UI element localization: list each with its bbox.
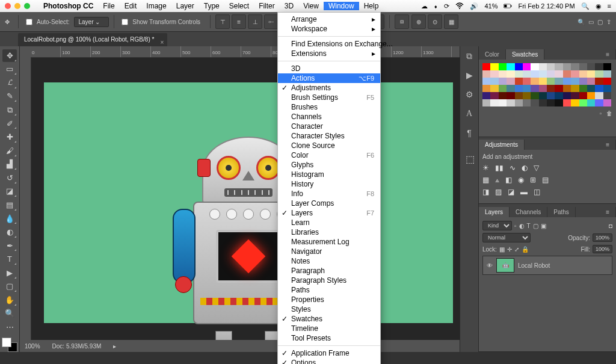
swatch[interactable] bbox=[555, 78, 562, 85]
layer-filter-kind[interactable]: Kind bbox=[482, 221, 512, 230]
menu-item-extensions[interactable]: Extensions▸ bbox=[278, 49, 380, 58]
vertical-ruler[interactable] bbox=[20, 57, 31, 352]
menu-item-notes[interactable]: Notes bbox=[278, 256, 380, 266]
menu-item-histogram[interactable]: Histogram bbox=[278, 170, 380, 179]
swatch[interactable] bbox=[603, 92, 611, 99]
ruler-origin[interactable] bbox=[20, 46, 31, 58]
notification-center-icon[interactable]: ≡ bbox=[608, 2, 611, 10]
gradient-tool[interactable]: ▤ bbox=[2, 199, 17, 211]
dropbox-icon[interactable]: ⬧ bbox=[434, 2, 438, 10]
swatch[interactable] bbox=[515, 78, 523, 85]
swatch[interactable] bbox=[579, 85, 587, 92]
swatch[interactable] bbox=[603, 78, 611, 85]
swatch[interactable] bbox=[507, 85, 514, 92]
swatch[interactable] bbox=[499, 63, 507, 70]
swatch[interactable] bbox=[523, 78, 531, 85]
stamp-tool[interactable]: ▟ bbox=[2, 158, 17, 171]
swatch[interactable] bbox=[507, 92, 514, 99]
document-tab[interactable]: LocalRobot.png @ 100% (Local Robot, RGB/… bbox=[18, 33, 167, 46]
swatch[interactable] bbox=[603, 70, 611, 78]
posterize-adj-icon[interactable]: ▨ bbox=[495, 188, 502, 196]
path-select-tool[interactable]: ▶ bbox=[2, 267, 17, 279]
swatch[interactable] bbox=[555, 63, 562, 70]
photofilter-adj-icon[interactable]: ◉ bbox=[518, 176, 524, 184]
filter-adj-icon[interactable]: ◐ bbox=[519, 223, 525, 229]
menubar-item-edit[interactable]: Edit bbox=[120, 2, 142, 10]
type-tool[interactable]: T bbox=[2, 253, 17, 265]
sync-icon[interactable]: ⟳ bbox=[444, 2, 449, 10]
swatch[interactable] bbox=[595, 92, 603, 99]
menu-item-character[interactable]: Character bbox=[278, 122, 380, 131]
menu-item-application-frame[interactable]: Application Frame✓ bbox=[278, 348, 380, 358]
swatch[interactable] bbox=[547, 78, 555, 85]
menu-item-find-extensions-on-exchange-[interactable]: Find Extensions on Exchange... bbox=[278, 39, 380, 49]
swatch[interactable] bbox=[563, 99, 571, 106]
bw-adj-icon[interactable]: ◧ bbox=[505, 176, 512, 184]
swatch[interactable] bbox=[571, 78, 579, 85]
menu-item-channels[interactable]: Channels bbox=[278, 112, 380, 122]
swatch[interactable] bbox=[587, 63, 595, 70]
hand-tool[interactable]: ✋ bbox=[2, 294, 17, 306]
battery-icon[interactable] bbox=[504, 2, 512, 10]
menu-item-layer-comps[interactable]: Layer Comps bbox=[278, 199, 380, 208]
swatch[interactable] bbox=[555, 70, 562, 78]
minimize-window-icon[interactable] bbox=[14, 3, 20, 9]
3d-cam-1-icon[interactable]: ⊕ bbox=[411, 14, 426, 29]
swatch[interactable] bbox=[499, 70, 507, 78]
swatch[interactable] bbox=[579, 78, 587, 85]
swatch[interactable] bbox=[595, 99, 603, 106]
swatch[interactable] bbox=[531, 92, 538, 99]
swatch[interactable] bbox=[515, 70, 523, 78]
swatch[interactable] bbox=[579, 99, 587, 106]
menu-item-3d[interactable]: 3D bbox=[278, 64, 380, 73]
menu-item-libraries[interactable]: Libraries bbox=[278, 227, 380, 237]
volume-icon[interactable]: 🔊 bbox=[470, 2, 478, 10]
swatch[interactable] bbox=[571, 70, 579, 78]
menu-item-navigator[interactable]: Navigator bbox=[278, 247, 380, 256]
blur-tool[interactable]: 💧 bbox=[2, 212, 17, 225]
menu-item-tool-presets[interactable]: Tool Presets bbox=[278, 333, 380, 343]
filter-smart-icon[interactable]: ▣ bbox=[541, 223, 546, 229]
arrange-docs-icon[interactable]: ▭ bbox=[588, 19, 594, 25]
paragraph-panel-icon[interactable]: ¶ bbox=[463, 127, 475, 139]
swatch[interactable] bbox=[595, 85, 603, 92]
menubar-item-help[interactable]: Help bbox=[359, 2, 384, 10]
menu-item-arrange[interactable]: Arrange▸ bbox=[278, 14, 380, 24]
share-icon[interactable]: ⇪ bbox=[606, 19, 611, 25]
swatch[interactable] bbox=[507, 63, 514, 70]
show-transform-checkbox[interactable]: Show Transform Controls bbox=[119, 17, 200, 27]
menu-item-timeline[interactable]: Timeline bbox=[278, 324, 380, 333]
doc-size[interactable]: Doc: 5.93M/5.93M bbox=[52, 343, 102, 350]
swatch[interactable] bbox=[547, 63, 555, 70]
menu-item-clone-source[interactable]: Clone Source bbox=[278, 141, 380, 150]
menu-item-learn[interactable]: Learn bbox=[278, 218, 380, 227]
opacity-value[interactable]: 100% bbox=[593, 233, 612, 242]
layer-thumbnail[interactable]: 🤖 bbox=[496, 258, 514, 273]
lock-position-icon[interactable]: ✛ bbox=[507, 246, 512, 253]
shape-tool[interactable]: ▢ bbox=[2, 280, 17, 293]
swatch[interactable] bbox=[523, 85, 531, 92]
swatch[interactable] bbox=[499, 92, 507, 99]
vibrance-adj-icon[interactable]: ▽ bbox=[534, 164, 539, 172]
auto-select-dropdown[interactable]: Layer ⌄ bbox=[74, 17, 109, 27]
curves-adj-icon[interactable]: ∿ bbox=[510, 164, 516, 172]
invert-adj-icon[interactable]: ◨ bbox=[482, 188, 489, 196]
properties-panel-icon[interactable]: ⚙ bbox=[463, 88, 475, 100]
layer-name[interactable]: Local Robot bbox=[518, 262, 550, 269]
swatch[interactable] bbox=[482, 85, 490, 92]
menu-item-styles[interactable]: Styles bbox=[278, 304, 380, 314]
close-window-icon[interactable] bbox=[5, 3, 11, 9]
menu-item-paragraph-styles[interactable]: Paragraph Styles bbox=[278, 276, 380, 285]
swatch[interactable] bbox=[531, 78, 538, 85]
levels-adj-icon[interactable]: ▮▮ bbox=[495, 164, 504, 172]
swatch[interactable] bbox=[571, 85, 579, 92]
threshold-adj-icon[interactable]: ◪ bbox=[508, 188, 514, 196]
swatch[interactable] bbox=[587, 78, 595, 85]
foreground-color[interactable] bbox=[2, 338, 11, 347]
swatch[interactable] bbox=[482, 99, 490, 106]
paths-tab[interactable]: Paths bbox=[547, 207, 576, 217]
brush-tool[interactable]: 🖌 bbox=[2, 144, 17, 157]
dodge-tool[interactable]: ◐ bbox=[2, 226, 17, 238]
hue-adj-icon[interactable]: ▦ bbox=[482, 176, 489, 184]
swatch[interactable] bbox=[515, 92, 523, 99]
